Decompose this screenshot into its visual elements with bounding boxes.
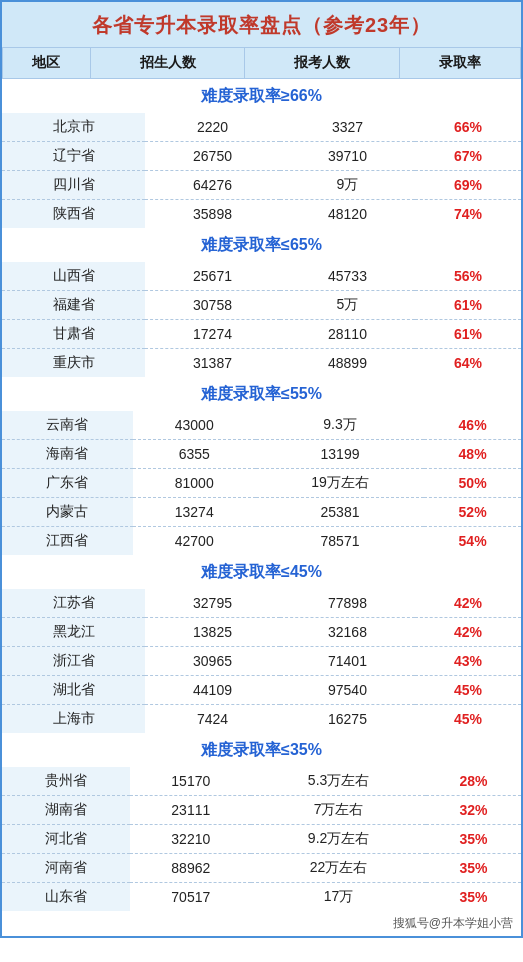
cell-enrolled: 31387 (145, 349, 280, 378)
cell-applicants: 16275 (280, 705, 415, 734)
cell-enrolled: 64276 (145, 171, 280, 200)
table-row: 内蒙古132742538152% (2, 498, 521, 527)
table-row: 广东省8100019万左右50% (2, 469, 521, 498)
cell-applicants: 77898 (280, 589, 415, 618)
cell-region: 河南省 (2, 854, 130, 883)
section3-table: 云南省430009.3万46%海南省63551319948%广东省8100019… (2, 411, 521, 555)
cell-rate: 61% (415, 291, 521, 320)
cell-region: 福建省 (2, 291, 145, 320)
section3-header: 难度录取率≤55% (2, 377, 521, 411)
cell-rate: 35% (426, 883, 521, 912)
table-row: 海南省63551319948% (2, 440, 521, 469)
table-row: 山东省7051717万35% (2, 883, 521, 912)
cell-applicants: 71401 (280, 647, 415, 676)
cell-rate: 28% (426, 767, 521, 796)
section2-table: 山西省256714573356%福建省307585万61%甘肃省17274281… (2, 262, 521, 377)
table-row: 浙江省309657140143% (2, 647, 521, 676)
cell-region: 浙江省 (2, 647, 145, 676)
cell-applicants: 17万 (251, 883, 426, 912)
table-row: 河北省322109.2万左右35% (2, 825, 521, 854)
cell-applicants: 13199 (256, 440, 424, 469)
col-region: 地区 (3, 48, 91, 79)
table-row: 云南省430009.3万46% (2, 411, 521, 440)
cell-applicants: 48899 (280, 349, 415, 378)
cell-enrolled: 88962 (130, 854, 251, 883)
cell-region: 湖北省 (2, 676, 145, 705)
cell-enrolled: 32210 (130, 825, 251, 854)
cell-applicants: 9万 (280, 171, 415, 200)
cell-applicants: 22万左右 (251, 854, 426, 883)
cell-rate: 35% (426, 825, 521, 854)
main-container: 各省专升本录取率盘点（参考23年） 地区 招生人数 报考人数 录取率 难度录取率… (0, 0, 523, 938)
table-row: 湖南省231117万左右32% (2, 796, 521, 825)
cell-rate: 54% (424, 527, 521, 556)
cell-enrolled: 6355 (133, 440, 256, 469)
cell-region: 湖南省 (2, 796, 130, 825)
cell-enrolled: 42700 (133, 527, 256, 556)
cell-applicants: 39710 (280, 142, 415, 171)
cell-rate: 50% (424, 469, 521, 498)
cell-enrolled: 25671 (145, 262, 280, 291)
cell-enrolled: 13274 (133, 498, 256, 527)
table-row: 江西省427007857154% (2, 527, 521, 556)
cell-enrolled: 43000 (133, 411, 256, 440)
cell-applicants: 28110 (280, 320, 415, 349)
cell-enrolled: 30965 (145, 647, 280, 676)
section1-header: 难度录取率≥66% (2, 79, 521, 113)
cell-region: 海南省 (2, 440, 133, 469)
cell-rate: 66% (415, 113, 521, 142)
cell-applicants: 9.2万左右 (251, 825, 426, 854)
cell-enrolled: 2220 (145, 113, 280, 142)
cell-applicants: 3327 (280, 113, 415, 142)
cell-rate: 67% (415, 142, 521, 171)
data-table: 地区 招生人数 报考人数 录取率 (2, 47, 521, 79)
cell-rate: 69% (415, 171, 521, 200)
table-row: 辽宁省267503971067% (2, 142, 521, 171)
cell-enrolled: 17274 (145, 320, 280, 349)
section5-header: 难度录取率≤35% (2, 733, 521, 767)
section4-table: 江苏省327957789842%黑龙江138253216842%浙江省30965… (2, 589, 521, 733)
cell-applicants: 5.3万左右 (251, 767, 426, 796)
cell-rate: 64% (415, 349, 521, 378)
section1-table: 北京市2220332766%辽宁省267503971067%四川省642769万… (2, 113, 521, 228)
cell-applicants: 9.3万 (256, 411, 424, 440)
cell-region: 江苏省 (2, 589, 145, 618)
cell-enrolled: 30758 (145, 291, 280, 320)
cell-enrolled: 26750 (145, 142, 280, 171)
cell-rate: 43% (415, 647, 521, 676)
table-row: 江苏省327957789842% (2, 589, 521, 618)
cell-rate: 35% (426, 854, 521, 883)
cell-enrolled: 70517 (130, 883, 251, 912)
cell-applicants: 7万左右 (251, 796, 426, 825)
table-row: 甘肃省172742811061% (2, 320, 521, 349)
table-row: 四川省642769万69% (2, 171, 521, 200)
col-applicants: 报考人数 (245, 48, 399, 79)
cell-rate: 42% (415, 618, 521, 647)
cell-applicants: 48120 (280, 200, 415, 229)
cell-region: 山西省 (2, 262, 145, 291)
cell-applicants: 97540 (280, 676, 415, 705)
cell-region: 河北省 (2, 825, 130, 854)
cell-rate: 46% (424, 411, 521, 440)
cell-region: 山东省 (2, 883, 130, 912)
cell-region: 四川省 (2, 171, 145, 200)
cell-region: 北京市 (2, 113, 145, 142)
cell-enrolled: 35898 (145, 200, 280, 229)
cell-enrolled: 44109 (145, 676, 280, 705)
cell-region: 重庆市 (2, 349, 145, 378)
cell-applicants: 78571 (256, 527, 424, 556)
cell-region: 贵州省 (2, 767, 130, 796)
table-row: 湖北省441099754045% (2, 676, 521, 705)
cell-applicants: 45733 (280, 262, 415, 291)
col-rate: 录取率 (399, 48, 520, 79)
cell-region: 陕西省 (2, 200, 145, 229)
cell-enrolled: 15170 (130, 767, 251, 796)
cell-enrolled: 13825 (145, 618, 280, 647)
section5-table: 贵州省151705.3万左右28%湖南省231117万左右32%河北省32210… (2, 767, 521, 911)
cell-region: 江西省 (2, 527, 133, 556)
table-header: 地区 招生人数 报考人数 录取率 (3, 48, 521, 79)
cell-rate: 48% (424, 440, 521, 469)
cell-rate: 56% (415, 262, 521, 291)
cell-applicants: 25381 (256, 498, 424, 527)
table-row: 上海市74241627545% (2, 705, 521, 734)
